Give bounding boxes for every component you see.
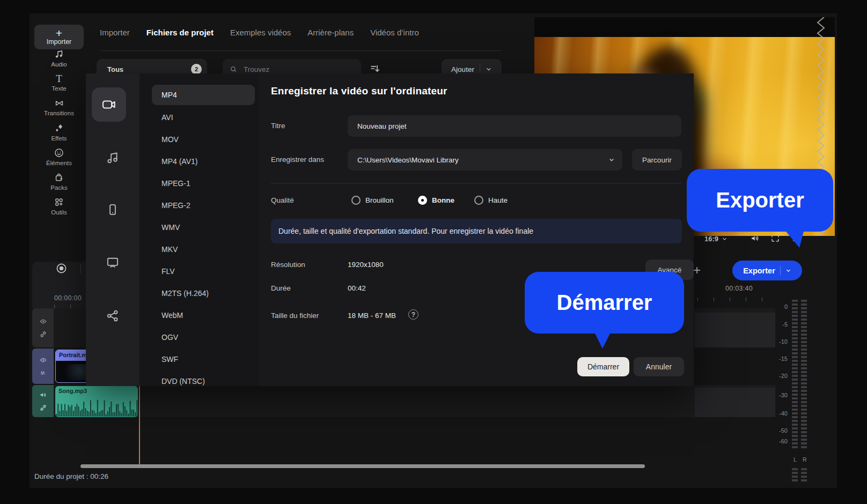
cancel-button[interactable]: Annuler — [634, 357, 684, 376]
sidebar-item-label: Éléments — [46, 160, 72, 166]
sidebar-item-audio[interactable]: Audio — [32, 49, 86, 68]
format-item[interactable]: WMV — [161, 216, 253, 238]
format-item-selected[interactable]: MP4 — [152, 85, 255, 105]
tab-importer[interactable]: Importer — [100, 28, 130, 37]
phone-icon[interactable] — [105, 202, 120, 217]
button-separator — [780, 266, 781, 275]
motion-grid-icon[interactable] — [39, 369, 47, 377]
format-item[interactable]: MOV — [161, 128, 253, 150]
sidebar-item-elements[interactable]: Éléments — [32, 147, 86, 166]
quality-label: Qualité — [271, 196, 294, 204]
eye-icon[interactable] — [39, 356, 47, 364]
chevron-down-icon[interactable] — [486, 66, 492, 72]
sidebar-item-label: Packs — [50, 184, 67, 191]
meter-channel-r: R — [803, 456, 807, 463]
button-separator — [480, 64, 480, 74]
project-duration-status: Durée du projet : 00:26 — [34, 472, 108, 480]
speaker-icon[interactable] — [39, 391, 47, 399]
browse-button[interactable]: Parcourir — [632, 149, 682, 171]
aspect-ratio-control[interactable]: 16:9 — [704, 235, 728, 243]
meter-tick: -60 — [774, 438, 788, 444]
format-item[interactable]: OGV — [161, 326, 253, 348]
radio-haute-label[interactable]: Haute — [488, 196, 508, 204]
help-icon[interactable]: ? — [408, 309, 418, 320]
format-item[interactable]: MPEG-1 — [161, 172, 253, 194]
tab-fichiers-de-projet[interactable]: Fichiers de projet — [146, 28, 214, 37]
tab-arriere-plans[interactable]: Arrière-plans — [307, 28, 354, 37]
radio-bonne[interactable] — [418, 196, 427, 205]
format-item[interactable]: AVI — [161, 106, 253, 128]
demarrer-callout: Démarrer — [525, 272, 684, 333]
rail-tab-video[interactable] — [92, 87, 126, 122]
eye-icon[interactable] — [39, 317, 47, 325]
toolbar-separator — [80, 264, 81, 273]
export-button-label: Exporter — [743, 266, 775, 275]
chevron-down-icon[interactable] — [785, 268, 791, 273]
smiley-icon — [54, 147, 64, 158]
radio-bonne-label[interactable]: Bonne — [432, 196, 454, 204]
record-icon[interactable] — [55, 262, 68, 275]
format-list: MP4 AVI MOV MP4 (AV1) MPEG-1 MPEG-2 WMV … — [139, 73, 259, 386]
music-note-icon[interactable] — [105, 150, 120, 165]
chevron-down-icon[interactable] — [722, 236, 728, 242]
meter-tick: -15 — [774, 355, 788, 362]
title-input[interactable]: Nouveau projet — [348, 115, 681, 137]
tabs-divider — [100, 50, 502, 51]
sidebar-item-packs[interactable]: Packs — [32, 172, 86, 191]
meter-icon[interactable] — [792, 468, 798, 482]
search-input[interactable] — [243, 65, 334, 74]
sort-icon[interactable] — [369, 63, 381, 75]
sidebar-item-transitions[interactable]: Transitions — [32, 98, 86, 116]
timeline-ruler-right[interactable] — [697, 298, 775, 301]
meter-tick: -30 — [774, 392, 788, 398]
import-button-label: Importer — [47, 38, 72, 46]
save-path-select[interactable]: C:\Users\Videos\Movavi Library — [348, 149, 622, 171]
format-item[interactable]: MPEG-2 — [161, 194, 253, 216]
import-button[interactable]: + Importer — [34, 25, 84, 49]
audio-clip[interactable]: Song.mp3 — [55, 386, 138, 417]
filesize-label: Taille du fichier — [271, 312, 319, 320]
shopping-bag-icon — [54, 172, 64, 183]
add-track-button[interactable]: + — [693, 264, 701, 276]
meter-tick: -50 — [774, 427, 788, 434]
format-item[interactable]: MKV — [161, 238, 253, 260]
sidebar-item-label: Audio — [51, 61, 67, 68]
start-button[interactable]: Démarrer — [577, 357, 629, 376]
tools-grid-icon — [54, 197, 64, 207]
save-field-label: Enregistrer dans — [271, 155, 324, 164]
track-lane-3-right[interactable] — [695, 388, 775, 417]
radio-brouillon[interactable] — [351, 196, 361, 205]
transitions-icon — [54, 98, 65, 108]
horizontal-scrollbar[interactable] — [80, 464, 645, 468]
resolution-label: Résolution — [271, 261, 305, 269]
format-item[interactable]: M2TS (H.264) — [161, 282, 253, 304]
radio-brouillon-label[interactable]: Brouillon — [365, 196, 394, 204]
format-item[interactable]: DVD (NTSC) — [161, 370, 253, 392]
quality-info-text: Durée, taille et qualité d'exportation s… — [278, 227, 533, 235]
format-item[interactable]: SWF — [161, 348, 253, 370]
export-button[interactable]: Exporter — [732, 261, 802, 280]
chevron-down-icon[interactable] — [608, 157, 615, 163]
tab-videos-intro[interactable]: Vidéos d’intro — [370, 28, 419, 37]
sidebar-item-texte[interactable]: T Texte — [32, 73, 86, 92]
meter-icon[interactable] — [801, 468, 807, 482]
meter-bar-left — [792, 300, 798, 450]
add-button-label: Ajouter — [451, 65, 474, 73]
share-icon[interactable] — [105, 308, 120, 323]
plus-icon: + — [56, 28, 62, 38]
link-icon[interactable] — [39, 330, 47, 338]
duration-label: Durée — [271, 284, 291, 292]
library-tabs: Importer Fichiers de projet Exemples vid… — [100, 28, 419, 37]
format-item[interactable]: FLV — [161, 260, 253, 282]
format-item[interactable]: MP4 (AV1) — [161, 150, 253, 172]
sidebar-item-effets[interactable]: Effets — [32, 123, 86, 142]
radio-haute[interactable] — [474, 196, 483, 205]
tab-exemples-videos[interactable]: Exemples vidéos — [230, 28, 291, 37]
export-dialog-rail — [86, 73, 139, 386]
sidebar-item-outils[interactable]: Outils — [32, 197, 86, 216]
sidebar-item-label: Effets — [51, 135, 67, 142]
track-lane-1-right[interactable] — [695, 313, 775, 347]
format-item[interactable]: WebM — [161, 304, 253, 326]
monitor-icon[interactable] — [105, 255, 120, 270]
unlink-icon[interactable] — [39, 404, 47, 412]
